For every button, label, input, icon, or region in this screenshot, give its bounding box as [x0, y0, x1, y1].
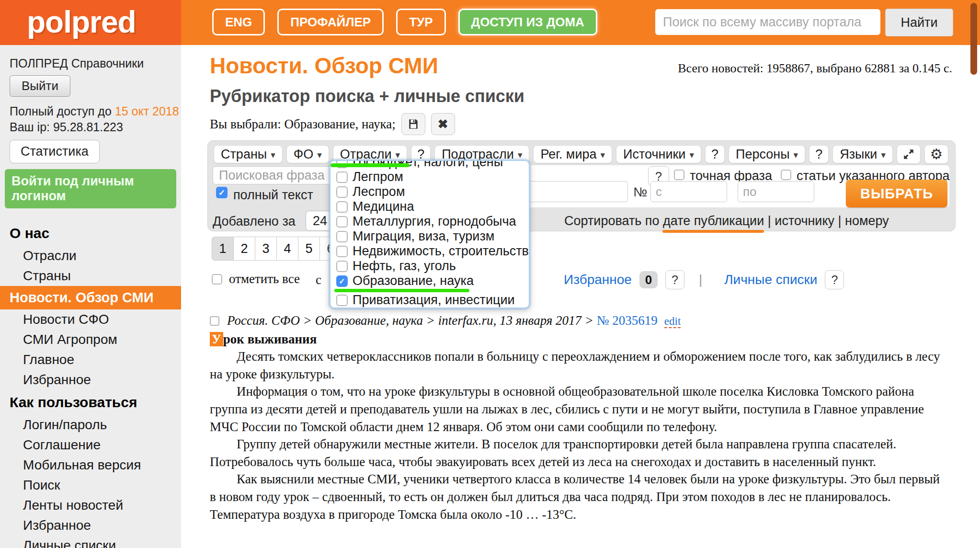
dropdown-option-label: Медицина [353, 199, 414, 214]
scrollbar-thumb[interactable] [970, 3, 977, 75]
filter-dropdown-button[interactable]: Источники▾ [616, 145, 701, 163]
dropdown-option[interactable]: ✓Образование, наука [330, 274, 529, 288]
favorites-link[interactable]: Избранное [564, 272, 632, 287]
sort-options[interactable]: | источнику | номеру [764, 214, 889, 228]
checkbox[interactable] [336, 261, 348, 272]
checkbox-checked[interactable]: ✓ [336, 275, 348, 287]
portal-search-input[interactable] [655, 9, 880, 35]
dropdown-option[interactable]: Легпром [330, 170, 529, 184]
sidebar-section[interactable]: О нас [0, 221, 181, 246]
selected-filters-row: Вы выбрали: Образование, наука; ✖ [210, 113, 455, 135]
author-articles-checkbox[interactable] [781, 170, 791, 180]
from-input[interactable] [650, 181, 727, 202]
to-input[interactable] [738, 181, 814, 202]
number-sign-label: № [633, 185, 647, 200]
sidebar-item[interactable]: Мобильная версия [0, 455, 181, 475]
checkbox[interactable] [336, 171, 348, 183]
sidebar-item-active[interactable]: Новости. Обзор СМИ [0, 286, 181, 309]
filter-dropdown-button[interactable]: Языки▾ [832, 145, 893, 163]
filter-button-label: ? [711, 147, 718, 162]
header-nav-button[interactable]: ТУР [396, 9, 445, 35]
page: polpred ENGПРОФАЙЛЕРТУР ДОСТУП ИЗ ДОМА Н… [0, 0, 980, 548]
exact-phrase-checkbox[interactable] [674, 170, 684, 180]
page-button[interactable]: 5 [298, 237, 320, 261]
header-nav-button[interactable]: ПРОФАЙЛЕР [277, 9, 384, 35]
home-access-button[interactable]: ДОСТУП ИЗ ДОМА [458, 9, 597, 35]
checkbox[interactable] [336, 295, 348, 306]
green-highlight-underline [334, 289, 469, 292]
sidebar-item[interactable]: Новости СФО [0, 309, 181, 330]
personal-lists-link[interactable]: Личные списки [724, 272, 817, 287]
chevron-down-icon: ▾ [601, 149, 605, 160]
mark-all-checkbox[interactable] [212, 274, 222, 285]
sidebar-item[interactable]: Главное [0, 350, 181, 370]
filter-help-button[interactable]: ? [809, 145, 829, 163]
page-button[interactable]: 4 [276, 237, 298, 261]
article-paragraph: Информация о том, что на уроке физкульту… [210, 383, 947, 435]
sidebar-item[interactable]: Ленты новостей [0, 495, 181, 515]
sort-by-date-link[interactable]: дате публикации [663, 214, 764, 228]
clear-selection-button[interactable]: ✖ [431, 113, 455, 135]
dropdown-option[interactable]: Недвижимость, строительство [330, 244, 529, 259]
checkbox[interactable] [336, 186, 348, 198]
logout-button[interactable]: Выйти [10, 75, 70, 97]
sidebar-item[interactable]: Личные списки [0, 536, 181, 548]
sidebar-item[interactable]: Избранное [0, 515, 181, 536]
dropdown-option[interactable]: Медицина [330, 199, 529, 214]
article-number-link[interactable]: № 2035619 [597, 313, 658, 328]
statistics-button[interactable]: Статистика [10, 140, 100, 163]
sidebar: ПОЛПРЕД Справочники Выйти Полный доступ … [0, 45, 181, 548]
full-text-checkbox-checked[interactable]: ✓ [216, 187, 228, 198]
personal-login-button[interactable]: Войти под личным логином [5, 169, 176, 208]
filter-dropdown-button[interactable]: Рег. мира▾ [533, 145, 612, 163]
checkbox[interactable] [336, 246, 348, 257]
added-for-label: Добавлено за [213, 214, 296, 229]
close-icon: ✖ [438, 117, 448, 132]
dropdown-option[interactable]: Миграция, виза, туризм [330, 229, 529, 244]
sidebar-nav: О насОтраслиСтраныНовости. Обзор СМИНово… [0, 221, 181, 548]
number-input[interactable] [525, 181, 628, 202]
sidebar-section[interactable]: Как пользоваться [0, 390, 181, 415]
select-button[interactable]: ВЫБРАТЬ [846, 180, 947, 207]
dropdown-option-label: Приватизация, инвестиции [353, 293, 515, 308]
dropdown-option-label: Миграция, виза, туризм [353, 229, 494, 244]
edit-link[interactable]: edit [664, 315, 681, 328]
chevron-down-icon: ▾ [689, 149, 694, 160]
dropdown-option[interactable]: Приватизация, инвестиции [330, 293, 529, 308]
gear-icon: ⚙ [930, 147, 943, 161]
sidebar-item[interactable]: Логин/пароль [0, 415, 181, 435]
dropdown-option[interactable]: Нефть, газ, уголь [330, 259, 529, 274]
find-button[interactable]: Найти [885, 9, 953, 36]
dropdown-option[interactable]: Металлургия, горнодобыча [330, 214, 529, 229]
filter-dropdown-button[interactable]: Персоны▾ [729, 145, 805, 163]
industries-dropdown: Госбюджет, налоги, ценыЛегпромЛеспромМед… [330, 160, 530, 308]
settings-button[interactable]: ⚙ [924, 145, 948, 164]
filter-dropdown-button[interactable]: ФО▾ [286, 145, 329, 163]
article-headline: Урок выживания [210, 331, 947, 348]
sidebar-item[interactable]: Отрасли [0, 246, 181, 266]
filter-dropdown-button[interactable]: Страны▾ [214, 145, 283, 163]
sidebar-item[interactable]: СМИ Агропром [0, 330, 181, 350]
checkbox[interactable] [336, 201, 348, 213]
sidebar-item[interactable]: Избранное [0, 370, 181, 390]
dropdown-option-label: Металлургия, горнодобыча [353, 214, 516, 229]
checkbox[interactable] [336, 231, 348, 242]
favorites-help-button[interactable]: ? [665, 270, 684, 289]
personal-lists-help-button[interactable]: ? [825, 270, 844, 289]
page-button[interactable]: 2 [233, 237, 255, 261]
dropdown-option[interactable]: Леспром [330, 184, 529, 199]
filter-help-button[interactable]: ? [705, 145, 725, 163]
checkbox[interactable] [336, 216, 348, 228]
page-button[interactable]: 1 [212, 237, 234, 261]
page-button[interactable]: 3 [255, 237, 277, 261]
sidebar-item[interactable]: Страны [0, 266, 181, 286]
sidebar-item[interactable]: Поиск [0, 475, 181, 495]
save-selection-button[interactable] [401, 113, 425, 135]
article-checkbox[interactable] [210, 316, 219, 326]
polpred-logo[interactable]: polpred [27, 0, 136, 44]
expand-button[interactable] [897, 145, 921, 164]
mark-all-label: отметить все [229, 272, 300, 286]
filter-panel: Страны▾ФО▾Отрасли▾?Подотрасли▾Рег. мира▾… [207, 140, 956, 231]
header-nav-button[interactable]: ENG [212, 9, 265, 35]
sidebar-item[interactable]: Соглашение [0, 435, 181, 455]
